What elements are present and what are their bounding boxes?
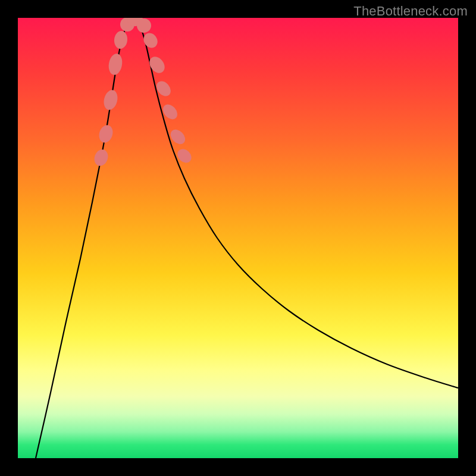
- chart-svg: [18, 18, 458, 458]
- marker-point: [102, 89, 120, 111]
- marker-point: [113, 30, 128, 49]
- marker-point: [154, 79, 173, 99]
- chart-plot-area: [18, 18, 458, 458]
- marker-point: [97, 123, 115, 144]
- marker-point: [146, 54, 168, 76]
- chart-frame: TheBottleneck.com: [0, 0, 476, 476]
- marker-point: [92, 148, 110, 168]
- watermark-text: TheBottleneck.com: [353, 4, 468, 19]
- marker-point: [141, 30, 161, 51]
- bottleneck-curve: [36, 18, 458, 458]
- marker-group: [92, 18, 194, 168]
- marker-point: [107, 52, 124, 76]
